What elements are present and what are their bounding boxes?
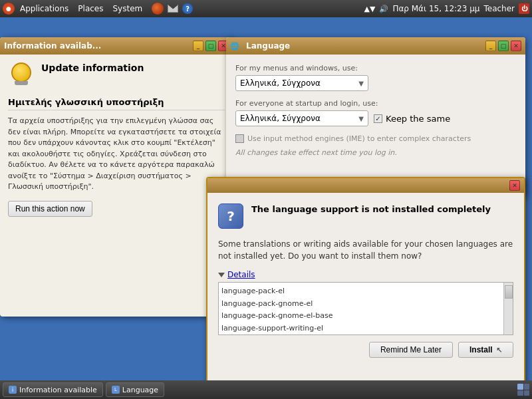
details-section: Details language-pack-ellanguage-pack-gn… xyxy=(218,270,513,335)
bulb-base xyxy=(15,81,28,85)
network-icon: ▲▼ xyxy=(364,5,375,13)
desktop: Information availab... _ □ ✕ Update info… xyxy=(0,17,532,380)
changes-note: All changes take effect next time you lo… xyxy=(235,148,516,157)
update-window-titlebar: Information availab... _ □ ✕ xyxy=(0,37,233,55)
taskbar-top-left: ● Applications Places System ? xyxy=(3,3,193,15)
scrollbar-thumb[interactable] xyxy=(505,285,513,299)
startup-language-row: For everyone at startup and login, use: … xyxy=(235,99,516,126)
taskbar-top-right: ▲▼ 🔊 Παρ Μάι 15, 12:23 μμ Teacher ⏻ xyxy=(364,3,529,14)
startup-language-controls: Ελληνικά, Σύγχρονα ▼ Keep the same xyxy=(235,110,516,126)
install-label: Install xyxy=(469,345,493,354)
dialog-body: Some translations or writing aids availa… xyxy=(218,238,513,262)
details-triangle-icon xyxy=(218,273,225,277)
details-header[interactable]: Details xyxy=(218,270,513,279)
details-label: Details xyxy=(227,270,255,279)
taskbar-info-label: Information available xyxy=(19,386,97,394)
package-item: language-pack-gnome-el-base xyxy=(221,310,510,323)
scrollbar-track[interactable] xyxy=(503,283,513,334)
language-window: 🌐 Language _ □ ✕ For my menus and window… xyxy=(226,37,525,197)
menu-system[interactable]: System xyxy=(108,3,146,15)
language-window-titlebar: 🌐 Language _ □ ✕ xyxy=(226,37,525,55)
dialog-window-controls: ✕ xyxy=(509,180,520,191)
package-item: language-pack-gnome-el xyxy=(221,298,510,311)
ime-checkbox[interactable] xyxy=(235,134,244,143)
info-doc-icon: i xyxy=(9,386,17,394)
language-minimize-button[interactable]: _ xyxy=(485,41,496,51)
cursor-indicator: ↖ xyxy=(496,346,502,354)
bulb-icon xyxy=(8,63,35,89)
update-window: Information availab... _ □ ✕ Update info… xyxy=(0,37,233,317)
remind-later-button[interactable]: Remind Me Later xyxy=(369,342,453,358)
menus-language-label: For my menus and windows, use: xyxy=(235,64,516,72)
dialog-window: ✕ ? The language support is not installe… xyxy=(206,177,525,390)
menu-places[interactable]: Places xyxy=(74,3,107,15)
dialog-close-button[interactable]: ✕ xyxy=(509,180,520,191)
workspace-switcher[interactable] xyxy=(517,384,529,396)
menus-language-select[interactable]: Ελληνικά, Σύγχρονα ▼ xyxy=(235,75,368,91)
install-button[interactable]: Install ↖ xyxy=(458,342,513,358)
username-display: Teacher xyxy=(483,4,515,13)
taskbar-lang-btn[interactable]: L Language xyxy=(106,382,164,397)
ime-row: Use input method engines (IME) to enter … xyxy=(235,134,516,143)
ubuntu-icon[interactable]: ● xyxy=(3,3,15,15)
taskbar-lang-label: Language xyxy=(122,386,158,394)
menus-language-row: For my menus and windows, use: Ελληνικά,… xyxy=(235,64,516,91)
dialog-header: ? The language support is not installed … xyxy=(218,203,513,229)
power-icon[interactable]: ⏻ xyxy=(519,3,529,14)
taskbar-info-btn[interactable]: i Information available xyxy=(3,382,103,397)
dialog-content: ? The language support is not installed … xyxy=(207,193,524,368)
ime-label: Use input method engines (IME) to enter … xyxy=(247,134,471,143)
taskbar-top: ● Applications Places System ? ▲▼ 🔊 Παρ … xyxy=(0,0,532,17)
details-box[interactable]: language-pack-ellanguage-pack-gnome-ella… xyxy=(218,282,513,335)
update-section-title: Ημιτελής γλωσσική υποστήριξη xyxy=(8,97,225,110)
update-content: Update information Ημιτελής γλωσσική υπο… xyxy=(0,55,233,225)
language-window-controls: _ □ ✕ xyxy=(485,41,521,51)
menus-language-value: Ελληνικά, Σύγχρονα xyxy=(240,78,321,88)
dialog-window-titlebar: ✕ xyxy=(207,178,524,193)
language-close-button[interactable]: ✕ xyxy=(511,41,521,51)
update-minimize-button[interactable]: _ xyxy=(193,41,203,51)
keep-same-label: Keep the same xyxy=(386,114,450,124)
lang-doc-icon: L xyxy=(112,386,120,394)
startup-language-select[interactable]: Ελληνικά, Σύγχρονα ▼ xyxy=(235,110,368,126)
language-content: For my menus and windows, use: Ελληνικά,… xyxy=(226,55,525,166)
volume-icon: 🔊 xyxy=(379,5,388,13)
taskbar-right-icons xyxy=(517,384,529,396)
update-header: Update information xyxy=(8,63,225,89)
dialog-buttons: Remind Me Later Install ↖ xyxy=(218,342,513,358)
question-icon: ? xyxy=(218,203,243,229)
update-maximize-button[interactable]: □ xyxy=(205,41,216,51)
keep-same-checkbox[interactable] xyxy=(374,114,382,123)
bulb-circle xyxy=(11,63,31,82)
dialog-title: The language support is not installed co… xyxy=(251,203,491,215)
update-body-text: Τα αρχεία υποστήριξης για την επιλεγμένη… xyxy=(8,116,225,193)
update-window-controls: _ □ ✕ xyxy=(193,41,229,51)
help-icon[interactable]: ? xyxy=(182,3,193,14)
startup-language-arrow: ▼ xyxy=(358,115,364,122)
keep-same-row: Keep the same xyxy=(374,114,450,124)
packages-list: language-pack-ellanguage-pack-gnome-ella… xyxy=(221,285,510,335)
taskbar-bottom: i Information available L Language xyxy=(0,380,532,399)
language-window-title: Language xyxy=(246,41,290,51)
package-item: language-pack-el xyxy=(221,285,510,298)
startup-language-label: For everyone at startup and login, use: xyxy=(235,99,516,108)
datetime-display: Παρ Μάι 15, 12:23 μμ xyxy=(392,4,479,13)
language-maximize-button[interactable]: □ xyxy=(498,41,509,51)
startup-language-value: Ελληνικά, Σύγχρονα xyxy=(240,114,321,123)
firefox-icon[interactable] xyxy=(152,3,164,15)
update-window-title: Information availab... xyxy=(4,41,101,51)
package-item: language-support-writing-el xyxy=(221,323,510,335)
run-action-button[interactable]: Run this action now xyxy=(8,201,92,217)
update-title: Update information xyxy=(41,63,144,73)
menus-language-arrow: ▼ xyxy=(358,80,364,87)
mail-icon[interactable] xyxy=(168,5,178,13)
menu-applications[interactable]: Applications xyxy=(16,3,72,15)
language-window-icon: 🌐 xyxy=(230,42,239,51)
